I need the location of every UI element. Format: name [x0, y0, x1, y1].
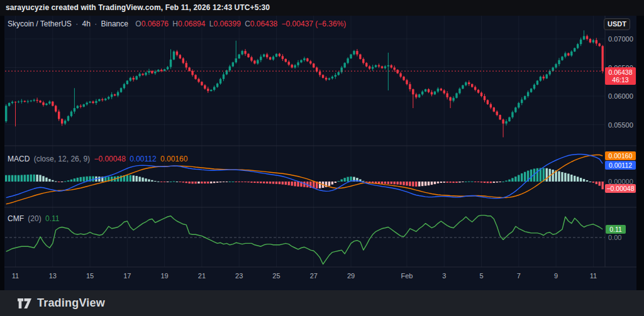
macd-histogram-bar	[253, 182, 255, 183]
candle	[197, 79, 199, 82]
candle	[58, 112, 60, 119]
candle	[452, 98, 454, 101]
candle	[335, 75, 336, 77]
macd-histogram-bar	[83, 177, 85, 182]
candle	[24, 101, 26, 102]
candle	[514, 107, 516, 112]
candle	[104, 99, 106, 100]
macd-histogram-bar	[596, 182, 597, 184]
candle	[356, 51, 358, 54]
macd-histogram-bar	[216, 182, 218, 183]
macd-histogram-bar	[415, 182, 417, 187]
candle	[415, 94, 417, 97]
separator-dot: ·	[94, 19, 97, 28]
candle	[263, 55, 265, 57]
candle	[521, 99, 523, 102]
macd-histogram-bar	[74, 178, 75, 182]
candle	[235, 58, 237, 62]
left-gutter	[0, 16, 4, 290]
candle	[39, 101, 41, 102]
candle	[86, 102, 87, 104]
footer: TradingView	[0, 290, 644, 316]
candle	[142, 74, 143, 75]
axis-label: 13	[49, 272, 57, 280]
candle	[45, 104, 47, 105]
candle	[70, 112, 72, 116]
macd-histogram-bar	[27, 175, 29, 182]
macd-histogram-bar	[443, 182, 445, 183]
candle	[288, 62, 290, 65]
axis-label: 27	[310, 272, 318, 280]
candle	[564, 53, 566, 57]
macd-histogram-bar	[384, 182, 386, 184]
macd-histogram-bar	[126, 175, 128, 182]
candle	[135, 76, 137, 79]
candle	[117, 92, 119, 95]
candle	[437, 89, 439, 92]
macd-histogram-bar	[369, 182, 370, 183]
macd-histogram-bar	[197, 182, 199, 183]
macd-histogram-bar	[173, 181, 175, 182]
candle	[186, 63, 187, 67]
candle	[412, 89, 414, 94]
candle	[247, 54, 249, 57]
candle	[145, 73, 147, 75]
macd-histogram-bar	[213, 182, 215, 183]
candle	[577, 44, 579, 48]
macd-histogram-bar	[8, 175, 10, 182]
candle	[55, 106, 57, 111]
axis-label: 9	[554, 272, 558, 280]
macd-title: MACD	[8, 155, 30, 163]
macd-histogram-bar	[468, 182, 470, 182]
candle	[291, 65, 292, 68]
candle	[285, 59, 287, 62]
macd-histogram-bar	[474, 182, 476, 182]
macd-histogram-bar	[148, 179, 150, 182]
cmf-value: 0.11	[45, 214, 59, 223]
macd-histogram-bar	[536, 168, 538, 182]
macd-histogram-bar	[496, 182, 498, 183]
macd-histogram-bar	[480, 182, 482, 183]
candle	[567, 53, 569, 56]
attribution-bar: sarayucyzie created with TradingView.com…	[0, 0, 644, 16]
macd-histogram-bar	[394, 182, 396, 184]
low-value: 0.06399	[213, 19, 240, 28]
candle	[468, 82, 470, 84]
candle	[260, 57, 262, 60]
candle	[369, 67, 370, 69]
macd-histogram-bar	[471, 182, 473, 182]
candle	[74, 108, 75, 111]
candle	[154, 72, 156, 74]
candle	[176, 52, 178, 55]
candle	[48, 102, 50, 104]
macd-histogram-bar	[138, 177, 140, 182]
candle	[431, 92, 433, 95]
chart-canvas[interactable]: 0.070000.065000.060000.055000.000000.001…	[0, 16, 636, 290]
macd-histogram-bar	[524, 172, 526, 182]
macd-histogram-bar	[39, 175, 41, 182]
macd-histogram-bar	[580, 178, 582, 182]
candle	[309, 61, 311, 63]
tradingview-logo[interactable]: TradingView	[17, 297, 105, 310]
candle	[257, 60, 258, 63]
macd-histogram-bar	[418, 182, 420, 187]
candle	[586, 36, 588, 39]
macd-legend: MACD (close, 12, 26, 9) −0.00048 0.00112…	[8, 155, 189, 163]
candle	[480, 93, 482, 96]
candle	[223, 74, 225, 79]
macd-histogram-bar	[160, 182, 162, 182]
macd-histogram-bar	[130, 175, 131, 182]
macd-histogram-bar	[5, 175, 7, 182]
macd-histogram-bar	[465, 182, 467, 182]
macd-histogram-bar	[188, 182, 190, 183]
candle	[279, 54, 280, 57]
high-value: 0.06894	[178, 19, 205, 28]
candle	[458, 89, 460, 93]
price-scale-currency-button[interactable]: USDT	[604, 18, 630, 30]
candle	[272, 57, 274, 60]
candle	[201, 82, 203, 85]
candle	[213, 87, 215, 90]
candle	[375, 65, 377, 67]
macd-histogram-bar	[157, 182, 159, 182]
close-label: C	[245, 19, 250, 28]
